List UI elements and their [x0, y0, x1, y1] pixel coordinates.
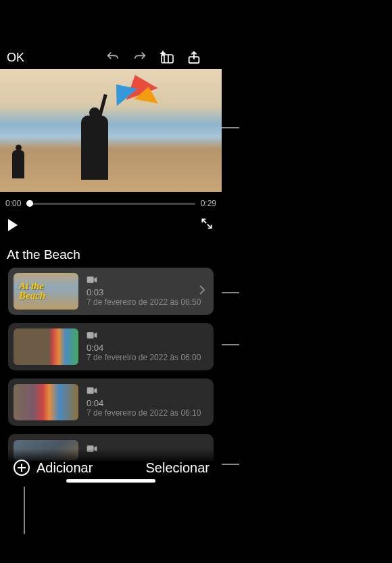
clip-thumbnail	[14, 328, 78, 365]
select-button[interactable]: Selecionar	[145, 460, 210, 476]
redo-icon[interactable]	[132, 49, 148, 66]
clip-date: 7 de fevereiro de 2022 às 06:10	[87, 408, 208, 418]
playback-controls	[0, 214, 222, 237]
clip-duration: 0:04	[87, 398, 208, 408]
clip-duration: 0:04	[87, 343, 208, 353]
play-icon[interactable]	[8, 219, 18, 231]
svg-rect-0	[162, 55, 173, 63]
clip-row-1[interactable]: 0:04 7 de fevereiro de 2022 às 06:00	[8, 323, 214, 370]
add-label: Adicionar	[36, 460, 93, 476]
project-title: At the Beach	[7, 247, 80, 262]
video-type-icon	[87, 276, 97, 286]
clip-meta: 0:04 7 de fevereiro de 2022 às 06:10	[87, 387, 208, 418]
video-type-icon	[87, 387, 97, 397]
scrubber-track[interactable]	[26, 203, 195, 205]
clip-row-2[interactable]: 0:04 7 de fevereiro de 2022 às 06:10	[8, 378, 214, 426]
kite-graphic	[108, 74, 155, 105]
clip-meta: 0:03 7 de fevereiro de 2022 às 06:50	[87, 276, 208, 307]
svg-rect-3	[87, 332, 94, 338]
clip-duration: 0:03	[87, 287, 208, 297]
fullscreen-icon[interactable]	[200, 217, 214, 233]
chevron-right-icon[interactable]	[199, 285, 205, 298]
svg-rect-2	[87, 276, 94, 283]
clip-date: 7 de fevereiro de 2022 às 06:50	[87, 297, 208, 307]
clip-thumbnail: At the Beach	[14, 273, 78, 310]
child-silhouette	[12, 150, 24, 178]
timeline-bar: 0:00 0:29	[0, 193, 222, 214]
magic-wand-icon[interactable]	[159, 49, 175, 66]
share-icon[interactable]	[186, 49, 202, 66]
ok-button[interactable]: OK	[7, 51, 24, 65]
clip-title-overlay: At the Beach	[19, 281, 45, 301]
time-end: 0:29	[201, 199, 216, 208]
footer-bar: Adicionar Selecionar	[0, 449, 222, 487]
app-frame: OK	[0, 0, 222, 487]
header-icon-group	[105, 49, 202, 66]
clip-list: At the Beach 0:03 7 de fevereiro de 2022…	[8, 268, 214, 469]
clip-date: 7 de fevereiro de 2022 às 06:00	[87, 353, 208, 362]
clip-thumbnail	[14, 384, 78, 420]
svg-rect-4	[87, 387, 94, 393]
add-button[interactable]: Adicionar	[12, 458, 93, 477]
person-silhouette	[81, 116, 108, 180]
scrubber-handle[interactable]	[26, 200, 33, 207]
undo-icon[interactable]	[105, 49, 121, 66]
home-indicator	[66, 479, 155, 483]
time-start: 0:00	[5, 199, 21, 208]
video-type-icon	[87, 331, 97, 341]
clip-meta: 0:04 7 de fevereiro de 2022 às 06:00	[87, 331, 208, 362]
header-bar: OK	[0, 44, 222, 71]
video-preview[interactable]	[0, 69, 222, 192]
clip-row-0[interactable]: At the Beach 0:03 7 de fevereiro de 2022…	[8, 268, 214, 315]
plus-icon	[12, 458, 31, 477]
